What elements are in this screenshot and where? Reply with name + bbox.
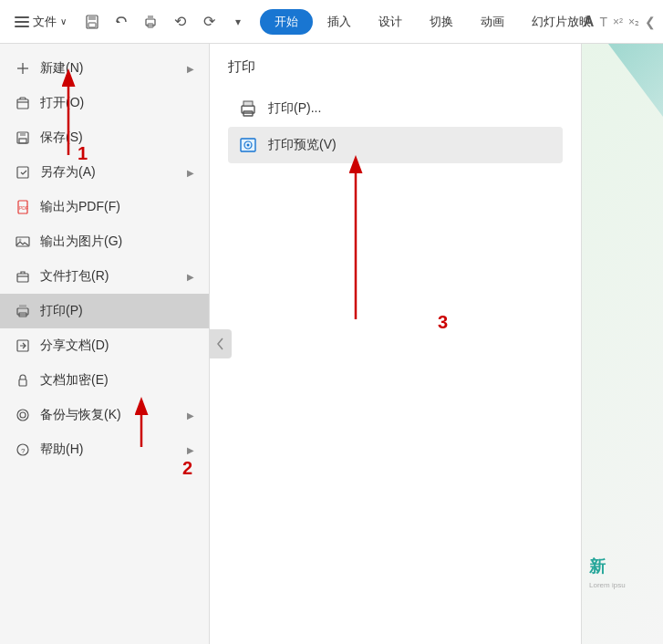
slide-lorem: Lorem ipsu (589, 581, 656, 589)
toolbar-icons: ⟲ ⟳ ▾ (79, 9, 251, 35)
menu-label-help: 帮助(H) (40, 441, 178, 458)
format-T: T (599, 15, 607, 29)
submenu-label-print: 打印(P)... (268, 100, 321, 117)
svg-point-22 (20, 412, 26, 418)
new-icon (15, 60, 31, 77)
hamburger-icon (15, 16, 29, 27)
svg-rect-26 (243, 101, 253, 106)
menu-label-new: 新建(N) (40, 60, 178, 77)
redo-icon-btn[interactable]: ⟳ (196, 9, 222, 35)
tab-animation[interactable]: 动画 (468, 8, 517, 36)
menu-label-open: 打开(O) (40, 95, 194, 111)
menu-item-saveas[interactable]: 另存为(A) ▶ (0, 155, 209, 190)
slide-content: 新 Lorem ipsu (589, 557, 656, 589)
format-super: ×² (613, 16, 623, 28)
svg-rect-4 (148, 16, 153, 19)
submenu-label-preview: 打印预览(V) (268, 137, 337, 153)
tab-insert[interactable]: 插入 (315, 8, 364, 36)
submenu-print-direct[interactable]: 打印(P)... (228, 90, 563, 127)
save-icon (15, 130, 31, 146)
print-icon-btn[interactable] (138, 9, 163, 35)
menu-label-img: 输出为图片(G) (40, 234, 194, 250)
svg-point-14 (19, 239, 22, 242)
backup-icon (15, 407, 31, 423)
menu-item-backup[interactable]: 备份与恢复(K) ▶ (0, 398, 209, 432)
menu-item-print[interactable]: 打印(P) (0, 294, 209, 328)
slide-preview-panel: 新 Lorem ipsu (581, 44, 663, 644)
package-icon (15, 268, 31, 285)
main-area: 新建(N) ▶ 打开(O) 保存(S) 另存为(A) ▶ PDF (0, 44, 663, 644)
saveas-icon (15, 164, 31, 181)
submenu-print-preview[interactable]: 打印预览(V) (228, 127, 563, 163)
svg-point-21 (17, 410, 28, 421)
menu-item-encrypt[interactable]: 文档加密(E) (0, 363, 209, 398)
menu-label-backup: 备份与恢复(K) (40, 407, 178, 423)
arrow-icon-saveas: ▶ (187, 168, 194, 178)
printer-icon (239, 99, 257, 118)
svg-rect-2 (88, 23, 96, 27)
toolbar-tabs: 开始 插入 设计 切换 动画 幻灯片放映 (260, 8, 604, 36)
undo2-icon-btn[interactable]: ⟲ (167, 9, 192, 35)
toolbar-right: A T ×² ×₂ ❮ (584, 14, 656, 30)
svg-rect-17 (19, 305, 26, 308)
svg-point-30 (247, 144, 250, 147)
menu-label-save: 保存(S) (40, 130, 194, 146)
open-icon (15, 95, 31, 111)
menu-item-new[interactable]: 新建(N) ▶ (0, 51, 209, 86)
menu-item-package[interactable]: 文件打包(R) ▶ (0, 259, 209, 294)
save-icon-btn[interactable] (79, 9, 105, 35)
collapse-btn[interactable]: ❮ (645, 15, 656, 29)
print-menu-icon (15, 303, 31, 319)
arrow-icon-backup: ▶ (187, 410, 194, 421)
encrypt-icon (15, 372, 31, 389)
share-icon (15, 338, 31, 354)
help-icon: ? (15, 441, 31, 458)
submenu-title: 打印 (228, 58, 563, 76)
tab-design[interactable]: 设计 (366, 8, 415, 36)
svg-rect-6 (17, 99, 28, 109)
arrow-icon-help: ▶ (187, 445, 194, 455)
menu-label-print: 打印(P) (40, 303, 194, 319)
menu-label-saveas: 另存为(A) (40, 164, 178, 181)
preview-icon (239, 136, 257, 154)
panel-nav-left[interactable] (210, 329, 232, 358)
toolbar: 文件 ∨ ⟲ ⟳ ▾ 开始 插入 设计 切换 动画 幻灯片放映 (0, 0, 663, 44)
format-sub: ×₂ (628, 16, 639, 28)
menu-item-open[interactable]: 打开(O) (0, 86, 209, 120)
file-menu-button[interactable]: 文件 ∨ (7, 10, 74, 34)
menu-label-encrypt: 文档加密(E) (40, 372, 194, 389)
svg-text:?: ? (21, 447, 26, 455)
menu-label-pdf: 输出为PDF(F) (40, 199, 194, 215)
format-A: A (584, 14, 595, 30)
svg-rect-1 (88, 16, 96, 20)
teal-decoration (608, 44, 663, 117)
pdf-icon: PDF (15, 199, 31, 215)
dropdown-arrow: ∨ (60, 16, 67, 26)
undo-icon-btn[interactable] (109, 9, 134, 35)
svg-rect-20 (19, 379, 26, 386)
menu-item-save[interactable]: 保存(S) (0, 120, 209, 155)
file-menu-label: 文件 (33, 14, 57, 30)
svg-rect-10 (17, 167, 28, 178)
svg-text:PDF: PDF (19, 205, 28, 211)
menu-label-share: 分享文档(D) (40, 338, 194, 354)
arrow-icon-package: ▶ (187, 272, 194, 282)
menu-item-help[interactable]: ? 帮助(H) ▶ (0, 432, 209, 467)
right-panel: 打印 打印(P)... 打印预览(V) (210, 44, 581, 644)
tab-transition[interactable]: 切换 (417, 8, 466, 36)
left-menu: 新建(N) ▶ 打开(O) 保存(S) 另存为(A) ▶ PDF (0, 44, 210, 644)
arrow-icon-new: ▶ (187, 64, 194, 74)
toolbar-left: 文件 ∨ ⟲ ⟳ ▾ 开始 插入 设计 切换 动画 幻灯片放映 (7, 8, 604, 36)
img-icon (15, 234, 31, 250)
slide-text: 新 (589, 557, 656, 577)
menu-item-share[interactable]: 分享文档(D) (0, 328, 209, 363)
menu-item-pdf[interactable]: PDF 输出为PDF(F) (0, 190, 209, 224)
menu-label-package: 文件打包(R) (40, 268, 178, 285)
svg-rect-8 (20, 132, 26, 136)
svg-rect-15 (17, 274, 28, 282)
menu-item-img[interactable]: 输出为图片(G) (0, 224, 209, 259)
svg-rect-9 (19, 139, 26, 143)
more-icon-btn[interactable]: ▾ (225, 9, 251, 35)
tab-start[interactable]: 开始 (260, 9, 313, 35)
